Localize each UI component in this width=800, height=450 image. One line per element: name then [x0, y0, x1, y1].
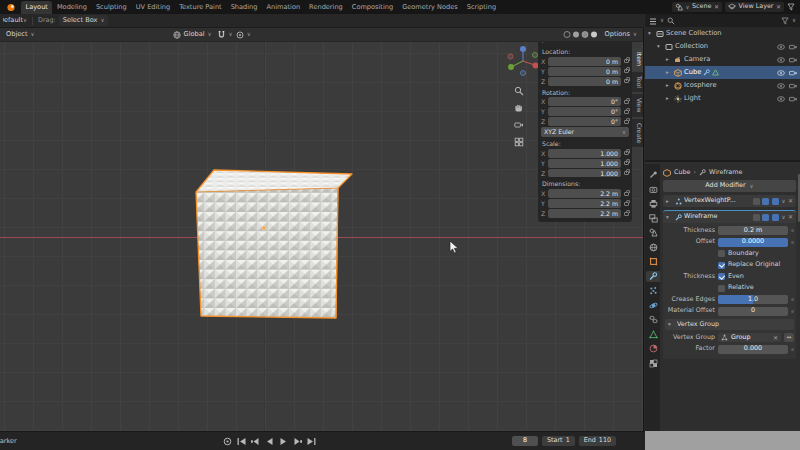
animate-dot[interactable]: [791, 298, 794, 301]
hide-eye-icon[interactable]: [777, 83, 785, 89]
realtime-toggle[interactable]: [762, 198, 769, 205]
viewport-3d[interactable]: Object ∨ Global ∨ ∨ ∨ Opti: [0, 28, 644, 431]
boundary-checkbox[interactable]: [718, 250, 725, 257]
filter-icon[interactable]: [781, 17, 789, 25]
editor-type-icon[interactable]: [649, 17, 657, 25]
outliner-row-light[interactable]: ▸ Light: [645, 92, 800, 105]
factor-field[interactable]: 0.000: [718, 345, 788, 354]
frame-end-field[interactable]: End 110: [579, 436, 616, 447]
lock-icon[interactable]: [624, 171, 629, 175]
tab-modeling[interactable]: Modeling: [52, 1, 91, 14]
lock-icon[interactable]: [624, 161, 629, 165]
modifier-vertexweight-header[interactable]: ▸ VertexWeightP... ∨ ✕: [663, 195, 796, 207]
material-offset-field[interactable]: 0: [718, 307, 788, 316]
animate-dot[interactable]: [791, 348, 794, 351]
tab-texture-properties[interactable]: [646, 358, 660, 369]
scale-y-field[interactable]: 1.000: [548, 159, 621, 167]
hide-eye-icon[interactable]: [777, 57, 785, 63]
play-button[interactable]: [278, 436, 289, 447]
hide-eye-icon[interactable]: [777, 96, 785, 102]
sidebar-tab-view[interactable]: View: [631, 94, 644, 117]
dimensions-x-field[interactable]: 2.2 m: [548, 189, 621, 197]
options-dropdown[interactable]: Options ∨: [603, 30, 639, 40]
render-toggle[interactable]: [772, 214, 779, 221]
navigation-gizmo[interactable]: [506, 44, 540, 78]
tab-compositing[interactable]: Compositing: [347, 1, 397, 14]
thickness-field[interactable]: 0.2 m: [718, 226, 788, 235]
lock-icon[interactable]: [624, 79, 629, 83]
render-toggle[interactable]: [772, 198, 779, 205]
tab-object-properties[interactable]: [646, 256, 660, 267]
camera-visibility-icon[interactable]: [789, 83, 797, 89]
tab-constraint-properties[interactable]: [646, 314, 660, 325]
lock-icon[interactable]: [624, 202, 629, 206]
tab-sculpting[interactable]: Sculpting: [91, 1, 131, 14]
animate-dot[interactable]: [791, 310, 794, 313]
vertex-group-section-header[interactable]: ▾ Vertex Group: [665, 319, 794, 330]
breadcrumb-object[interactable]: Cube: [674, 169, 691, 177]
orthographic-grid-icon[interactable]: [514, 137, 524, 147]
close-icon[interactable]: ✕: [788, 213, 793, 220]
jump-to-end-button[interactable]: [306, 436, 317, 447]
tab-modifier-properties[interactable]: [646, 271, 660, 282]
shading-mode-icons[interactable]: [562, 30, 600, 39]
jump-to-start-button[interactable]: [236, 436, 247, 447]
tool-preset-dropdown[interactable]: Default: [3, 17, 23, 25]
crease-weight-slider[interactable]: 1.0: [718, 295, 788, 304]
animate-dot[interactable]: [791, 229, 794, 232]
scale-z-field[interactable]: 1.000: [548, 169, 621, 177]
tab-material-properties[interactable]: [646, 343, 660, 354]
close-icon[interactable]: ✕: [788, 197, 793, 204]
tab-object-data-properties[interactable]: [646, 329, 660, 340]
vertex-group-field[interactable]: Group ✕: [718, 333, 781, 342]
rotation-x-field[interactable]: 0°: [548, 97, 621, 105]
lock-icon[interactable]: [624, 69, 629, 73]
outliner-row-collection[interactable]: ▾ Collection: [645, 40, 800, 53]
realtime-toggle[interactable]: [762, 214, 769, 221]
camera-visibility-icon[interactable]: [789, 96, 797, 102]
camera-visibility-icon[interactable]: [789, 57, 797, 63]
outliner-row-camera[interactable]: ▸ Camera: [645, 53, 800, 66]
lock-icon[interactable]: [624, 192, 629, 196]
lock-icon[interactable]: [624, 120, 629, 124]
auto-keying-button[interactable]: [222, 436, 233, 447]
play-reverse-button[interactable]: [264, 436, 275, 447]
tab-geometry-nodes[interactable]: Geometry Nodes: [398, 1, 463, 14]
outliner-row-cube[interactable]: ▸ Cube: [645, 66, 800, 79]
tab-tool-properties[interactable]: [646, 169, 660, 180]
add-modifier-button[interactable]: Add Modifier ∨: [663, 180, 796, 192]
previous-keyframe-button[interactable]: [250, 436, 261, 447]
lock-icon[interactable]: [624, 100, 629, 104]
breadcrumb-modifier[interactable]: Wireframe: [709, 169, 742, 177]
edit-mode-toggle[interactable]: [753, 214, 760, 221]
snap-magnet-icon[interactable]: [217, 30, 226, 39]
tab-render-properties[interactable]: [646, 184, 660, 195]
hide-eye-icon[interactable]: [777, 44, 785, 50]
lock-icon[interactable]: [624, 59, 629, 63]
tab-scene-properties[interactable]: [646, 227, 660, 238]
tab-particle-properties[interactable]: [646, 285, 660, 296]
tab-texture-paint[interactable]: Texture Paint: [175, 1, 227, 14]
proportional-editing-icon[interactable]: [236, 31, 244, 39]
invert-vertex-group-button[interactable]: ↔: [784, 333, 794, 342]
edit-mode-toggle[interactable]: [753, 198, 760, 205]
view-layer-selector[interactable]: View Layer ✕: [725, 2, 784, 12]
even-checkbox[interactable]: [718, 273, 725, 280]
next-keyframe-button[interactable]: [292, 436, 303, 447]
offset-field[interactable]: 0.0000: [718, 238, 788, 247]
tab-physics-properties[interactable]: [646, 300, 660, 311]
frame-start-field[interactable]: Start 1: [542, 436, 575, 447]
lock-icon[interactable]: [624, 110, 629, 114]
transform-orientation-dropdown[interactable]: Global ∨: [171, 30, 214, 40]
cube-object[interactable]: [183, 164, 355, 326]
tab-world-properties[interactable]: [646, 242, 660, 253]
rotation-z-field[interactable]: 0°: [548, 117, 621, 125]
scale-x-field[interactable]: 1.000: [548, 149, 621, 157]
rotation-mode-dropdown[interactable]: XYZ Euler ∨: [541, 127, 629, 136]
modifier-wireframe-header[interactable]: ▾ Wireframe ∨ ✕: [663, 211, 796, 223]
search-icon[interactable]: [667, 17, 675, 25]
close-icon[interactable]: ✕: [714, 3, 719, 10]
location-y-field[interactable]: 0 m: [548, 67, 621, 75]
location-x-field[interactable]: 0 m: [548, 57, 621, 65]
outliner-row-scene-collection[interactable]: ▾ Scene Collection: [645, 27, 800, 40]
